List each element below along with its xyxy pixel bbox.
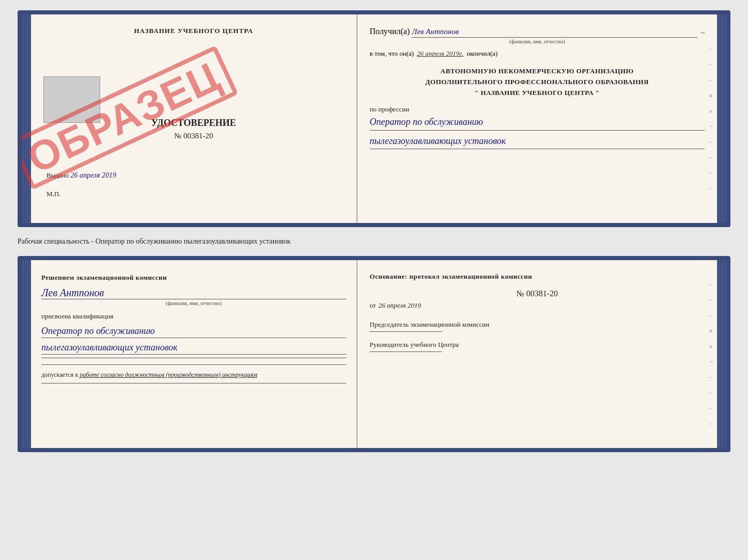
protocol-number: № 00381-20 [370,289,705,298]
blank-line-1 [41,358,346,358]
profession-line2: пылегазоулавливающих установок [370,135,705,149]
cert-photo-placeholder [43,76,100,123]
issued-date: 26 апреля 2019 [71,171,116,179]
qual-line2: пылегазоулавливающих установок [41,341,346,355]
cert-issued: Выдано 26 апреля 2019 [41,171,346,180]
cert-number: № 00381-20 [41,132,346,140]
in-that-date: 26 апреля 2019г. [417,50,463,58]
dash1: – [702,28,705,36]
bottom-document: Решением экзаменационной комиссии Лев Ан… [18,256,730,452]
document-spine-left-bottom [22,260,31,448]
org-line2: ДОПОЛНИТЕЛЬНОГО ПРОФЕССИОНАЛЬНОГО ОБРАЗО… [370,77,705,88]
received-label: Получил(а) [370,27,410,36]
org-block: АВТОНОМНУЮ НЕКОММЕРЧЕСКУЮ ОРГАНИЗАЦИЮ ДО… [370,66,705,98]
resolution-title: Решением экзаменационной комиссии [41,273,346,283]
admit-value: работе согласно должностным (производств… [80,371,257,378]
separator-text: Рабочая специальность - Оператор по обсл… [18,235,730,248]
chairman-sig-line [370,331,442,332]
chairman-label: Председатель экзаменационной комиссии [370,320,705,329]
cert-left-panel: НАЗВАНИЕ УЧЕБНОГО ЦЕНТРА ОБРАЗЕЦ УДОСТОВ… [31,14,357,223]
in-that-label: в том, что он(а) [370,50,414,58]
bottom-right-panel: Основание: протокол экзаменационной коми… [357,260,717,448]
admit-label: допускается к [41,371,78,378]
org-line1: АВТОНОМНУЮ НЕКОММЕРЧЕСКУЮ ОРГАНИЗАЦИЮ [370,66,705,77]
date-prefix: от [370,301,376,309]
received-sub: (фамилия, имя, отчество) [370,39,705,44]
resolution-name: Лев Антпонов [41,287,346,299]
received-name: Лев Антпонов [412,27,697,38]
received-row: Получил(а) Лев Антпонов – [370,27,705,38]
protocol-date: от 26 апреля 2019 [370,301,705,310]
basis-label: Основание: протокол экзаменационной коми… [370,273,705,281]
director-sig-line [370,351,442,352]
issued-label: Выдано [46,171,69,179]
cert-right-panel: Получил(а) Лев Антпонов – (фамилия, имя,… [357,14,717,223]
qual-line1: Оператор по обслуживанию [41,325,346,338]
assigned-label: присвоена квалификация [41,312,346,321]
finished-label: окончил(а) [466,50,497,58]
cert-center-title: НАЗВАНИЕ УЧЕБНОГО ЦЕНТРА [41,27,346,35]
document-spine-left [22,14,31,223]
document-spine-right-bottom [717,260,726,448]
profession-label: по профессии [370,105,705,114]
protocol-date-value: 26 апреля 2019 [379,301,421,309]
in-that-row: в том, что он(а) 26 апреля 2019г. окончи… [370,50,705,58]
cert-mp: М.П. [41,190,346,198]
separator-label: Рабочая специальность - Оператор по обсл… [18,237,291,245]
top-document: НАЗВАНИЕ УЧЕБНОГО ЦЕНТРА ОБРАЗЕЦ УДОСТОВ… [18,10,730,227]
document-spine-right-top [717,14,726,223]
blank-line-3 [41,383,346,383]
bottom-left-panel: Решением экзаменационной комиссии Лев Ан… [31,260,357,448]
resolution-name-sub: (фамилия, имя, отчество) [41,300,346,306]
side-marks-bottom: – – – и а ← – – – – [709,281,715,426]
blank-line-2 [41,364,346,365]
profession-line1: Оператор по обслуживанию [370,116,705,130]
director-label: Руководитель учебного Центра [370,340,705,349]
admit-text: допускается к работе согласно должностны… [41,371,346,379]
org-line3: " НАЗВАНИЕ УЧЕБНОГО ЦЕНТРА " [370,88,705,99]
side-marks-top: – – – и а ← – – – – [709,45,715,191]
